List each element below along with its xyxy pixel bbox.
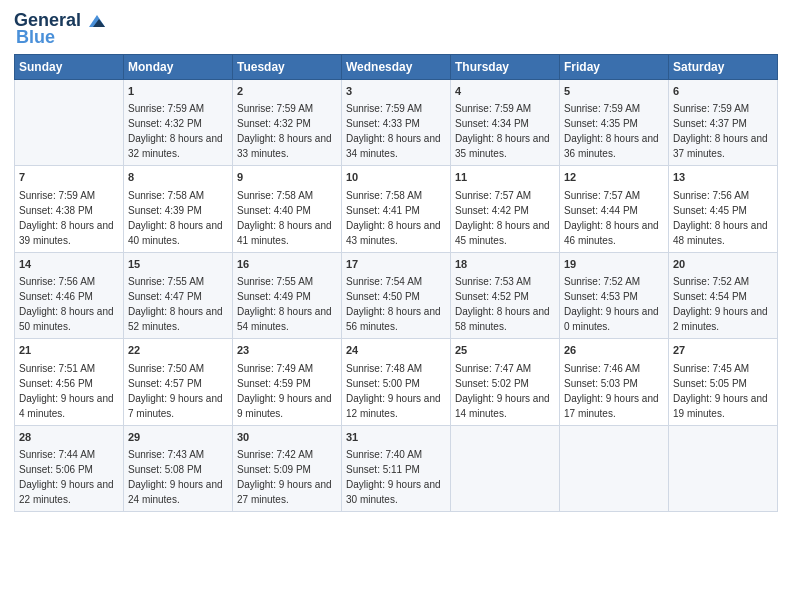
day-number: 27: [673, 343, 773, 358]
calendar-cell: 23Sunrise: 7:49 AMSunset: 4:59 PMDayligh…: [233, 339, 342, 425]
sunrise-text: Sunrise: 7:55 AM: [237, 276, 313, 287]
sunset-text: Sunset: 4:53 PM: [564, 291, 638, 302]
sunrise-text: Sunrise: 7:46 AM: [564, 363, 640, 374]
sunset-text: Sunset: 4:37 PM: [673, 118, 747, 129]
sunrise-text: Sunrise: 7:55 AM: [128, 276, 204, 287]
calendar-cell: 27Sunrise: 7:45 AMSunset: 5:05 PMDayligh…: [669, 339, 778, 425]
daylight-text: Daylight: 8 hours and 48 minutes.: [673, 220, 768, 246]
day-number: 16: [237, 257, 337, 272]
header-row: General Blue: [14, 10, 778, 48]
sunset-text: Sunset: 4:59 PM: [237, 378, 311, 389]
calendar-cell: 14Sunrise: 7:56 AMSunset: 4:46 PMDayligh…: [15, 252, 124, 338]
daylight-text: Daylight: 9 hours and 24 minutes.: [128, 479, 223, 505]
sunrise-text: Sunrise: 7:48 AM: [346, 363, 422, 374]
day-number: 31: [346, 430, 446, 445]
calendar-cell: 25Sunrise: 7:47 AMSunset: 5:02 PMDayligh…: [451, 339, 560, 425]
calendar-week-3: 14Sunrise: 7:56 AMSunset: 4:46 PMDayligh…: [15, 252, 778, 338]
calendar-cell: 18Sunrise: 7:53 AMSunset: 4:52 PMDayligh…: [451, 252, 560, 338]
header-day-saturday: Saturday: [669, 55, 778, 80]
header-day-friday: Friday: [560, 55, 669, 80]
sunrise-text: Sunrise: 7:44 AM: [19, 449, 95, 460]
day-number: 11: [455, 170, 555, 185]
sunset-text: Sunset: 4:50 PM: [346, 291, 420, 302]
daylight-text: Daylight: 8 hours and 33 minutes.: [237, 133, 332, 159]
calendar-cell: 17Sunrise: 7:54 AMSunset: 4:50 PMDayligh…: [342, 252, 451, 338]
sunrise-text: Sunrise: 7:50 AM: [128, 363, 204, 374]
daylight-text: Daylight: 9 hours and 12 minutes.: [346, 393, 441, 419]
day-number: 2: [237, 84, 337, 99]
sunset-text: Sunset: 4:32 PM: [128, 118, 202, 129]
daylight-text: Daylight: 9 hours and 19 minutes.: [673, 393, 768, 419]
daylight-text: Daylight: 8 hours and 56 minutes.: [346, 306, 441, 332]
day-number: 5: [564, 84, 664, 99]
calendar-cell: [15, 80, 124, 166]
calendar-week-1: 1Sunrise: 7:59 AMSunset: 4:32 PMDaylight…: [15, 80, 778, 166]
sunset-text: Sunset: 5:08 PM: [128, 464, 202, 475]
day-number: 17: [346, 257, 446, 272]
sunrise-text: Sunrise: 7:59 AM: [128, 103, 204, 114]
daylight-text: Daylight: 9 hours and 7 minutes.: [128, 393, 223, 419]
sunset-text: Sunset: 4:47 PM: [128, 291, 202, 302]
day-number: 19: [564, 257, 664, 272]
calendar-cell: 6Sunrise: 7:59 AMSunset: 4:37 PMDaylight…: [669, 80, 778, 166]
calendar-cell: 28Sunrise: 7:44 AMSunset: 5:06 PMDayligh…: [15, 425, 124, 511]
calendar-cell: 1Sunrise: 7:59 AMSunset: 4:32 PMDaylight…: [124, 80, 233, 166]
daylight-text: Daylight: 9 hours and 4 minutes.: [19, 393, 114, 419]
calendar-cell: 9Sunrise: 7:58 AMSunset: 4:40 PMDaylight…: [233, 166, 342, 252]
day-number: 15: [128, 257, 228, 272]
daylight-text: Daylight: 9 hours and 17 minutes.: [564, 393, 659, 419]
sunrise-text: Sunrise: 7:59 AM: [237, 103, 313, 114]
day-number: 8: [128, 170, 228, 185]
daylight-text: Daylight: 8 hours and 35 minutes.: [455, 133, 550, 159]
day-number: 12: [564, 170, 664, 185]
day-number: 3: [346, 84, 446, 99]
day-number: 7: [19, 170, 119, 185]
day-number: 30: [237, 430, 337, 445]
sunrise-text: Sunrise: 7:52 AM: [673, 276, 749, 287]
daylight-text: Daylight: 8 hours and 32 minutes.: [128, 133, 223, 159]
sunset-text: Sunset: 4:41 PM: [346, 205, 420, 216]
day-number: 22: [128, 343, 228, 358]
daylight-text: Daylight: 8 hours and 36 minutes.: [564, 133, 659, 159]
day-number: 10: [346, 170, 446, 185]
calendar-cell: 13Sunrise: 7:56 AMSunset: 4:45 PMDayligh…: [669, 166, 778, 252]
daylight-text: Daylight: 8 hours and 34 minutes.: [346, 133, 441, 159]
sunrise-text: Sunrise: 7:51 AM: [19, 363, 95, 374]
sunset-text: Sunset: 4:38 PM: [19, 205, 93, 216]
day-number: 6: [673, 84, 773, 99]
sunrise-text: Sunrise: 7:45 AM: [673, 363, 749, 374]
calendar-table: SundayMondayTuesdayWednesdayThursdayFrid…: [14, 54, 778, 512]
sunset-text: Sunset: 4:54 PM: [673, 291, 747, 302]
calendar-cell: 4Sunrise: 7:59 AMSunset: 4:34 PMDaylight…: [451, 80, 560, 166]
day-number: 14: [19, 257, 119, 272]
sunrise-text: Sunrise: 7:58 AM: [237, 190, 313, 201]
logo-icon: [85, 13, 107, 31]
calendar-cell: 15Sunrise: 7:55 AMSunset: 4:47 PMDayligh…: [124, 252, 233, 338]
sunrise-text: Sunrise: 7:52 AM: [564, 276, 640, 287]
sunrise-text: Sunrise: 7:47 AM: [455, 363, 531, 374]
sunset-text: Sunset: 5:03 PM: [564, 378, 638, 389]
header-day-thursday: Thursday: [451, 55, 560, 80]
sunrise-text: Sunrise: 7:54 AM: [346, 276, 422, 287]
sunset-text: Sunset: 4:40 PM: [237, 205, 311, 216]
sunset-text: Sunset: 5:09 PM: [237, 464, 311, 475]
sunrise-text: Sunrise: 7:56 AM: [19, 276, 95, 287]
sunset-text: Sunset: 4:44 PM: [564, 205, 638, 216]
calendar-cell: 3Sunrise: 7:59 AMSunset: 4:33 PMDaylight…: [342, 80, 451, 166]
day-number: 13: [673, 170, 773, 185]
sunset-text: Sunset: 4:33 PM: [346, 118, 420, 129]
sunrise-text: Sunrise: 7:57 AM: [564, 190, 640, 201]
calendar-body: 1Sunrise: 7:59 AMSunset: 4:32 PMDaylight…: [15, 80, 778, 512]
calendar-cell: 22Sunrise: 7:50 AMSunset: 4:57 PMDayligh…: [124, 339, 233, 425]
calendar-cell: 19Sunrise: 7:52 AMSunset: 4:53 PMDayligh…: [560, 252, 669, 338]
calendar-cell: 21Sunrise: 7:51 AMSunset: 4:56 PMDayligh…: [15, 339, 124, 425]
logo: General Blue: [14, 10, 107, 48]
calendar-cell: 31Sunrise: 7:40 AMSunset: 5:11 PMDayligh…: [342, 425, 451, 511]
sunset-text: Sunset: 5:02 PM: [455, 378, 529, 389]
day-number: 21: [19, 343, 119, 358]
calendar-cell: [451, 425, 560, 511]
calendar-week-4: 21Sunrise: 7:51 AMSunset: 4:56 PMDayligh…: [15, 339, 778, 425]
sunset-text: Sunset: 5:00 PM: [346, 378, 420, 389]
calendar-cell: 29Sunrise: 7:43 AMSunset: 5:08 PMDayligh…: [124, 425, 233, 511]
day-number: 1: [128, 84, 228, 99]
